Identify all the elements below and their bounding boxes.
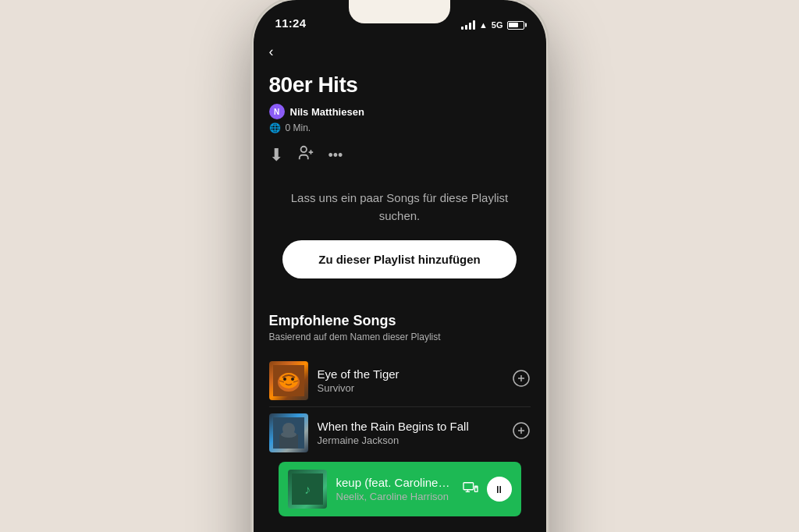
svg-rect-26 bbox=[474, 486, 478, 491]
playlist-title: 80er Hits bbox=[269, 73, 531, 98]
song-title: Eye of the Tiger bbox=[318, 367, 502, 381]
action-row: ⬇ ••• bbox=[269, 144, 531, 166]
now-playing-title: keup (feat. Caroline Harri… bbox=[336, 476, 453, 489]
add-song-button[interactable] bbox=[512, 421, 531, 445]
meta-duration: 0 Min. bbox=[286, 122, 311, 133]
now-playing-controls: ⏸ bbox=[462, 477, 512, 502]
phone-frame: 11:24 ▲ 5G ‹ 80er Hits bbox=[254, 0, 546, 532]
status-time: 11:24 bbox=[275, 16, 307, 30]
pause-button[interactable]: ⏸ bbox=[487, 477, 512, 502]
wifi-icon: ▲ bbox=[479, 20, 488, 30]
recommended-section: Empfohlene Songs Basierend auf dem Namen… bbox=[254, 294, 546, 516]
empty-section: Lass uns ein paar Songs für diese Playli… bbox=[254, 166, 546, 294]
section-subtitle: Basierend auf dem Namen dieser Playlist bbox=[269, 332, 531, 342]
battery-icon bbox=[507, 21, 524, 30]
playlist-header: ‹ 80er Hits N Nils Matthiesen 🌐 0 Min. ⬇ bbox=[254, 34, 546, 166]
author-name: Nils Matthiesen bbox=[290, 106, 364, 118]
svg-point-7 bbox=[291, 378, 294, 381]
song-list: Eye of the Tiger Survivor bbox=[269, 355, 531, 516]
empty-message: Lass uns ein paar Songs für diese Playli… bbox=[269, 190, 531, 225]
song-info: When the Rain Begins to Fall Jermaine Ja… bbox=[308, 420, 512, 446]
download-button[interactable]: ⬇ bbox=[269, 145, 283, 165]
status-icons: ▲ 5G bbox=[461, 20, 524, 30]
svg-point-6 bbox=[283, 378, 286, 381]
phone-screen: 11:24 ▲ 5G ‹ 80er Hits bbox=[254, 0, 546, 532]
svg-rect-23 bbox=[463, 482, 474, 489]
svg-text:♪: ♪ bbox=[304, 483, 311, 496]
add-to-playlist-button[interactable]: Zu dieser Playlist hinzufügen bbox=[282, 240, 517, 278]
author-row: N Nils Matthiesen bbox=[269, 104, 531, 119]
follow-button[interactable] bbox=[297, 144, 314, 166]
add-song-button[interactable] bbox=[512, 369, 531, 392]
song-cover-rain bbox=[269, 413, 308, 452]
more-button[interactable]: ••• bbox=[328, 147, 343, 164]
network-badge: 5G bbox=[492, 20, 503, 30]
section-title: Empfohlene Songs bbox=[269, 313, 531, 329]
song-item[interactable]: When the Rain Begins to Fall Jermaine Ja… bbox=[269, 407, 531, 459]
signal-icon bbox=[461, 20, 475, 30]
song-artist: Survivor bbox=[318, 382, 502, 394]
song-title: When the Rain Begins to Fall bbox=[318, 420, 502, 433]
notch bbox=[349, 0, 450, 23]
now-playing-bar[interactable]: ♪ keup (feat. Caroline Harri… Neelix, Ca… bbox=[279, 462, 521, 516]
now-playing-info: keup (feat. Caroline Harri… Neelix, Caro… bbox=[327, 476, 462, 502]
song-info: Eye of the Tiger Survivor bbox=[308, 367, 512, 394]
song-cover-tiger bbox=[269, 361, 308, 400]
svg-rect-17 bbox=[273, 417, 304, 449]
device-connect-icon[interactable] bbox=[462, 481, 479, 498]
back-button[interactable]: ‹ bbox=[269, 41, 274, 63]
now-playing-artist: Neelix, Caroline Harrison bbox=[336, 491, 453, 502]
now-playing-cover: ♪ bbox=[288, 470, 327, 509]
globe-icon: 🌐 bbox=[269, 122, 281, 133]
song-artist: Jermaine Jackson bbox=[318, 434, 502, 446]
meta-row: 🌐 0 Min. bbox=[269, 122, 531, 133]
song-item[interactable]: Eye of the Tiger Survivor bbox=[269, 355, 531, 406]
svg-point-0 bbox=[300, 147, 306, 152]
author-avatar: N bbox=[269, 104, 285, 119]
content-area: ‹ 80er Hits N Nils Matthiesen 🌐 0 Min. ⬇ bbox=[254, 34, 546, 532]
